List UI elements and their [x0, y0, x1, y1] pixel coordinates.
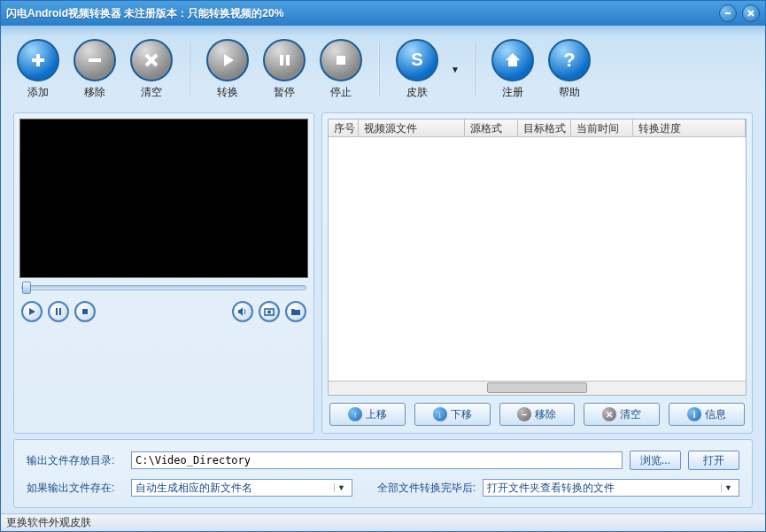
- statusbar: 更换软件外观皮肤: [1, 513, 765, 531]
- arrow-up-icon: ↑: [348, 407, 362, 421]
- svg-text:S: S: [411, 50, 422, 69]
- main-area: 序号 视频源文件 源格式 目标格式 当前时间 转换进度 ↑ 上移: [1, 112, 765, 439]
- camera-icon: [264, 306, 275, 317]
- x-icon: [130, 39, 173, 81]
- seek-slider-row: [19, 278, 308, 297]
- output-dir-label: 输出文件存放目录:: [27, 453, 124, 468]
- player-stop-button[interactable]: [74, 301, 96, 322]
- svg-rect-18: [82, 309, 88, 314]
- th-curtime[interactable]: 当前时间: [571, 120, 633, 136]
- list-clear-button[interactable]: ✕ 清空: [584, 403, 660, 426]
- svg-marker-8: [224, 54, 234, 66]
- svg-marker-13: [506, 53, 520, 66]
- settings-panel: 输出文件存放目录: 浏览... 打开 如果输出文件存在: 自动生成相应的新文件名…: [13, 439, 753, 508]
- svg-text:?: ?: [563, 49, 575, 71]
- minus-icon: −: [517, 407, 531, 421]
- pause-icon: [263, 39, 306, 81]
- snapshot-button[interactable]: [259, 301, 280, 322]
- separator: [189, 42, 190, 96]
- player-controls: [19, 297, 308, 326]
- file-table: 序号 视频源文件 源格式 目标格式 当前时间 转换进度: [328, 119, 747, 396]
- svg-rect-17: [59, 308, 61, 315]
- move-down-button[interactable]: ↓ 下移: [414, 403, 491, 426]
- minus-icon: [74, 39, 116, 81]
- svg-point-21: [267, 311, 271, 314]
- volume-button[interactable]: [232, 301, 253, 322]
- seek-slider[interactable]: [21, 285, 306, 290]
- svg-rect-11: [337, 56, 345, 65]
- list-panel: 序号 视频源文件 源格式 目标格式 当前时间 转换进度 ↑ 上移: [321, 112, 753, 434]
- question-icon: ?: [548, 39, 591, 81]
- if-exists-label: 如果输出文件存在:: [27, 481, 124, 496]
- skin-dropdown-arrow[interactable]: ▼: [451, 65, 460, 74]
- th-srcfmt[interactable]: 源格式: [465, 120, 518, 136]
- stop-icon: [81, 307, 89, 316]
- player-play-button[interactable]: [21, 301, 43, 322]
- home-icon: [491, 39, 534, 81]
- stop-button[interactable]: 停止: [314, 35, 368, 104]
- move-up-button[interactable]: ↑ 上移: [329, 403, 406, 426]
- open-folder-button[interactable]: [285, 301, 306, 322]
- open-button[interactable]: 打开: [688, 451, 739, 470]
- th-source[interactable]: 视频源文件: [359, 120, 465, 136]
- horizontal-scrollbar[interactable]: [329, 381, 746, 395]
- separator: [474, 42, 476, 96]
- list-actions: ↑ 上移 ↓ 下移 − 移除 ✕ 清空 i 信息: [328, 396, 747, 428]
- after-convert-label: 全部文件转换完毕后:: [377, 481, 476, 496]
- x-icon: ✕: [602, 407, 616, 421]
- after-convert-select[interactable]: 打开文件夹查看转换的文件 ▼: [483, 479, 739, 497]
- arrow-down-icon: ↓: [433, 407, 447, 421]
- toolbar: 添加 移除 清空 转换 暂停: [1, 26, 765, 112]
- svg-rect-10: [286, 55, 290, 66]
- info-button[interactable]: i 信息: [669, 403, 745, 426]
- if-exists-select[interactable]: 自动生成相应的新文件名 ▼: [131, 479, 352, 497]
- pause-button[interactable]: 暂停: [258, 35, 311, 104]
- pause-icon: [54, 307, 63, 316]
- browse-button[interactable]: 浏览...: [630, 451, 681, 470]
- status-text: 更换软件外观皮肤: [6, 515, 91, 530]
- output-dir-input[interactable]: [131, 451, 623, 469]
- scrollbar-thumb[interactable]: [487, 382, 587, 393]
- svg-marker-15: [29, 308, 35, 315]
- player-pause-button[interactable]: [48, 301, 69, 322]
- table-header: 序号 视频源文件 源格式 目标格式 当前时间 转换进度: [329, 120, 746, 137]
- register-button[interactable]: 注册: [486, 35, 539, 104]
- remove-button[interactable]: 移除: [68, 35, 121, 104]
- svg-rect-9: [280, 55, 283, 66]
- folder-icon: [290, 306, 301, 317]
- minimize-button[interactable]: [719, 4, 737, 22]
- help-button[interactable]: ? 帮助: [543, 35, 596, 104]
- speaker-icon: [237, 306, 248, 317]
- close-button[interactable]: [742, 4, 760, 22]
- table-body[interactable]: [329, 137, 746, 381]
- skin-button[interactable]: S 皮肤: [391, 35, 444, 104]
- seek-thumb[interactable]: [22, 281, 31, 294]
- play-icon: [206, 39, 249, 81]
- svg-marker-19: [238, 307, 243, 316]
- window-title: 闪电Android视频转换器 未注册版本：只能转换视频的20%: [6, 6, 283, 21]
- skin-icon: S: [396, 39, 438, 81]
- convert-button[interactable]: 转换: [201, 35, 254, 104]
- clear-button[interactable]: 清空: [125, 35, 178, 104]
- play-icon: [27, 307, 36, 316]
- titlebar[interactable]: 闪电Android视频转换器 未注册版本：只能转换视频的20%: [1, 1, 765, 26]
- separator: [378, 42, 380, 96]
- chevron-down-icon: ▼: [721, 483, 735, 492]
- th-progress[interactable]: 转换进度: [633, 120, 746, 136]
- th-dstfmt[interactable]: 目标格式: [518, 120, 571, 136]
- th-index[interactable]: 序号: [329, 120, 359, 136]
- svg-rect-16: [56, 308, 58, 315]
- options-row: 如果输出文件存在: 自动生成相应的新文件名 ▼ 全部文件转换完毕后: 打开文件夹…: [27, 479, 739, 497]
- window-controls: [719, 4, 760, 22]
- add-button[interactable]: 添加: [12, 35, 65, 104]
- preview-panel: [13, 112, 314, 434]
- video-preview: [19, 119, 308, 278]
- info-icon: i: [687, 407, 701, 421]
- list-remove-button[interactable]: − 移除: [499, 403, 576, 426]
- window: 闪电Android视频转换器 未注册版本：只能转换视频的20% 添加 移除: [0, 0, 766, 532]
- plus-icon: [17, 39, 59, 81]
- chevron-down-icon: ▼: [334, 483, 348, 492]
- output-dir-row: 输出文件存放目录: 浏览... 打开: [27, 451, 739, 470]
- stop-icon: [320, 39, 362, 81]
